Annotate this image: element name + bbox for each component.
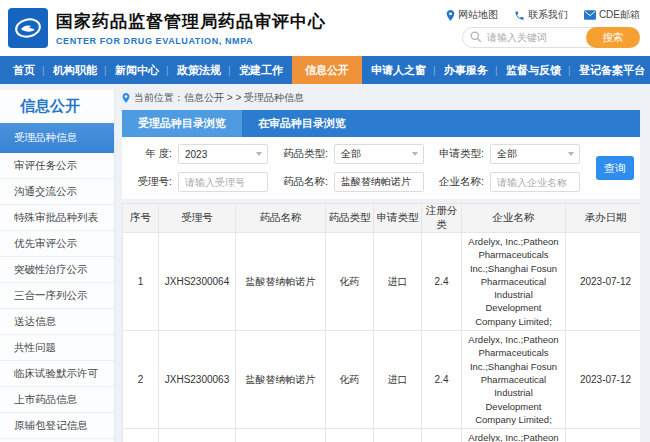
cde-logo xyxy=(8,8,48,48)
cell-index: 3 xyxy=(123,429,159,442)
cell-date: 2023-07-12 xyxy=(566,429,641,442)
cell-index: 2 xyxy=(123,331,159,429)
drug-name-label: 药品名称: xyxy=(274,175,328,189)
search-icon xyxy=(470,31,482,43)
cell-apply-type: 进口 xyxy=(374,429,422,442)
sidebar-item-common-issues[interactable]: 共性问题 xyxy=(0,335,114,361)
cell-company: Ardelyx, Inc.;Patheon Pharmaceuticals In… xyxy=(462,429,566,442)
phone-icon xyxy=(514,10,525,21)
filter-grid: 年 度: 2023 药品类型: 全部 申请类型: 全部 受理号: 药品名称: 企… xyxy=(128,144,580,192)
year-select-value: 2023 xyxy=(185,149,207,160)
sitemap-link[interactable]: 网站地图 xyxy=(446,8,498,22)
col-header-apply-type: 申请类型 xyxy=(374,204,422,233)
results-table: 序号 受理号 药品名称 药品类型 申请类型 注册分类 企业名称 承办日期 1 xyxy=(122,203,640,442)
apply-type-select[interactable]: 全部 xyxy=(490,144,580,164)
contact-us-link[interactable]: 联系我们 xyxy=(514,8,568,22)
apply-type-select-value: 全部 xyxy=(497,147,517,161)
nav-item-news[interactable]: 新闻中心 xyxy=(106,56,168,84)
cell-drug-type: 化药 xyxy=(326,429,374,442)
tab-under-review-catalog[interactable]: 在审品种目录浏览 xyxy=(242,110,362,137)
search-button[interactable]: 搜索 xyxy=(586,27,640,48)
cell-accept-no: JXHS2300063 xyxy=(159,331,236,429)
contact-us-link-label: 联系我们 xyxy=(528,8,568,22)
query-button[interactable]: 查询 xyxy=(596,156,634,180)
nav-item-applicant[interactable]: 申请人之窗 xyxy=(362,56,435,84)
nav-item-supervision[interactable]: 监督与反馈 xyxy=(497,56,570,84)
table-row[interactable]: 1 JXHS2300064 盐酸替纳帕诺片 化药 进口 2.4 Ardelyx,… xyxy=(123,233,641,331)
tab-bar: 受理品种目录浏览 在审品种目录浏览 xyxy=(122,110,640,137)
accept-no-input[interactable] xyxy=(178,172,268,192)
sidebar: 信息公开 受理品种信息 审评任务公示 沟通交流公示 特殊审批品种列表 优先审评公… xyxy=(0,90,115,442)
nav-item-policy[interactable]: 政策法规 xyxy=(168,56,230,84)
main-content: 当前位置：信息公开 > > 受理品种信息 受理品种目录浏览 在审品种目录浏览 年… xyxy=(122,90,640,442)
cell-accept-no: JXHS2300064 xyxy=(159,233,236,331)
cde-mail-link-label: CDE邮箱 xyxy=(599,8,640,22)
results-table-panel: 序号 受理号 药品名称 药品类型 申请类型 注册分类 企业名称 承办日期 1 xyxy=(122,203,640,442)
main-nav: 首页 机构职能 新闻中心 政策法规 党建工作 信息公开 申请人之窗 办事服务 监… xyxy=(0,56,650,84)
cell-reg-class: 2.4 xyxy=(422,331,462,429)
year-select[interactable]: 2023 xyxy=(178,144,268,164)
envelope-icon xyxy=(584,10,596,20)
cell-apply-type: 进口 xyxy=(374,331,422,429)
sidebar-item-priority-review[interactable]: 优先审评公示 xyxy=(0,231,114,257)
col-header-drug-type: 药品类型 xyxy=(326,204,374,233)
table-row[interactable]: 2 JXHS2300063 盐酸替纳帕诺片 化药 进口 2.4 Ardelyx,… xyxy=(123,331,641,429)
table-header-row: 序号 受理号 药品名称 药品类型 申请类型 注册分类 企业名称 承办日期 xyxy=(123,204,641,233)
table-row[interactable]: 3 JXHS2300062 盐酸替纳帕诺片 化药 进口 2.4 Ardelyx,… xyxy=(123,429,641,442)
nav-item-party[interactable]: 党建工作 xyxy=(230,56,292,84)
location-pin-icon xyxy=(122,93,130,103)
accept-no-label: 受理号: xyxy=(128,175,172,189)
cde-mail-link[interactable]: CDE邮箱 xyxy=(584,8,640,22)
sidebar-item-review-tasks[interactable]: 审评任务公示 xyxy=(0,153,114,179)
header-right: 网站地图 联系我们 CDE邮箱 搜索 xyxy=(446,8,640,48)
company-label: 企业名称: xyxy=(430,175,484,189)
sidebar-item-marketed-drugs[interactable]: 上市药品信息 xyxy=(0,387,114,413)
tab-accepted-catalog[interactable]: 受理品种目录浏览 xyxy=(122,110,242,137)
sidebar-item-breakthrough-therapy[interactable]: 突破性治疗公示 xyxy=(0,257,114,283)
col-header-accept-no: 受理号 xyxy=(159,204,236,233)
page: 国家药品监督管理局药品审评中心 CENTER FOR DRUG EVALUATI… xyxy=(0,0,650,442)
sidebar-item-delivery-info[interactable]: 送达信息 xyxy=(0,309,114,335)
site-title: 国家药品监督管理局药品审评中心 xyxy=(56,10,446,33)
cell-reg-class: 2.4 xyxy=(422,429,462,442)
chevron-down-icon xyxy=(412,152,418,156)
sidebar-item-three-in-one[interactable]: 三合一序列公示 xyxy=(0,283,114,309)
cell-date: 2023-07-12 xyxy=(566,331,641,429)
sidebar-item-accepted-varieties[interactable]: 受理品种信息 xyxy=(0,123,114,153)
chevron-down-icon xyxy=(568,152,574,156)
col-header-drug-name: 药品名称 xyxy=(236,204,326,233)
page-body: 信息公开 受理品种信息 审评任务公示 沟通交流公示 特殊审批品种列表 优先审评公… xyxy=(0,84,650,442)
nav-item-info-disclosure[interactable]: 信息公开 xyxy=(292,56,362,84)
cde-logo-emblem xyxy=(13,13,43,43)
top-links: 网站地图 联系我们 CDE邮箱 xyxy=(446,8,640,22)
cell-company: Ardelyx, Inc.;Patheon Pharmaceuticals In… xyxy=(462,331,566,429)
cell-company: Ardelyx, Inc.;Patheon Pharmaceuticals In… xyxy=(462,233,566,331)
sidebar-item-excipient-registration[interactable]: 原辅包登记信息 xyxy=(0,413,114,439)
sidebar-item-communication[interactable]: 沟通交流公示 xyxy=(0,179,114,205)
sidebar-item-clinical-trial-license[interactable]: 临床试验默示许可 xyxy=(0,361,114,387)
company-input[interactable] xyxy=(490,172,580,192)
site-titles: 国家药品监督管理局药品审评中心 CENTER FOR DRUG EVALUATI… xyxy=(56,10,446,46)
drug-name-input[interactable] xyxy=(334,172,424,192)
chevron-down-icon xyxy=(256,152,262,156)
cell-accept-no: JXHS2300062 xyxy=(159,429,236,442)
site-subtitle: CENTER FOR DRUG EVALUATION, NMPA xyxy=(56,36,446,46)
apply-type-label: 申请类型: xyxy=(430,147,484,161)
nav-item-home[interactable]: 首页 xyxy=(4,56,44,84)
nav-item-services[interactable]: 办事服务 xyxy=(435,56,497,84)
search-bar: 搜索 xyxy=(462,27,640,48)
cell-drug-type: 化药 xyxy=(326,233,374,331)
sidebar-item-special-approval[interactable]: 特殊审批品种列表 xyxy=(0,205,114,231)
cell-drug-type: 化药 xyxy=(326,331,374,429)
col-header-company: 企业名称 xyxy=(462,204,566,233)
cell-drug-name: 盐酸替纳帕诺片 xyxy=(236,331,326,429)
nav-item-registration-platform[interactable]: 登记备案平台 xyxy=(570,56,650,84)
location-pin-icon xyxy=(446,10,455,21)
nav-item-functions[interactable]: 机构职能 xyxy=(44,56,106,84)
drug-type-label: 药品类型: xyxy=(274,147,328,161)
cell-date: 2023-07-12 xyxy=(566,233,641,331)
drug-type-select[interactable]: 全部 xyxy=(334,144,424,164)
cell-apply-type: 进口 xyxy=(374,233,422,331)
breadcrumb: 当前位置：信息公开 > > 受理品种信息 xyxy=(122,90,640,106)
drug-type-select-value: 全部 xyxy=(341,147,361,161)
